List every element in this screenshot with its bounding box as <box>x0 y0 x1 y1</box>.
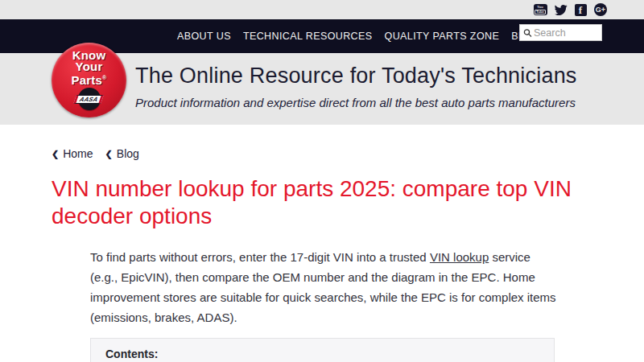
nav-item-about-us[interactable]: ABOUT US <box>177 31 231 42</box>
chevron-left-icon: ❮ <box>52 149 59 159</box>
chevron-left-icon: ❮ <box>105 149 113 159</box>
breadcrumb-home-link[interactable]: Home <box>63 147 93 160</box>
top-social-bar: You Tube f G+ <box>0 0 644 19</box>
article-title: VIN number lookup for parts 2025: compar… <box>52 175 575 230</box>
site-title: The Online Resource for Today's Technici… <box>135 64 644 88</box>
search-input[interactable] <box>534 27 598 39</box>
youtube-icon[interactable]: You Tube <box>533 2 547 17</box>
vin-lookup-link[interactable]: VIN lookup <box>430 250 489 264</box>
nav-links: ABOUT US TECHNICAL RESOURCES QUALITY PAR… <box>177 19 541 53</box>
nav-item-quality-parts-zone[interactable]: QUALITY PARTS ZONE <box>385 31 500 42</box>
search-icon <box>523 28 532 38</box>
search-box[interactable] <box>519 24 602 41</box>
facebook-icon[interactable]: f <box>573 2 588 17</box>
nav-item-technical-resources[interactable]: TECHNICAL RESOURCES <box>243 31 373 42</box>
article-intro: To find parts without errors, enter the … <box>90 247 557 327</box>
social-icons-group: You Tube f G+ <box>533 2 608 17</box>
contents-box: Contents: Quick Workflow Introduction to… <box>90 338 555 362</box>
site-tagline: Product information and expertise direct… <box>135 96 644 109</box>
breadcrumb: ❮ Home ❮ Blog <box>52 147 644 160</box>
contents-heading: Contents: <box>105 348 539 360</box>
breadcrumb-blog-link[interactable]: Blog <box>117 147 139 160</box>
twitter-icon[interactable] <box>553 2 568 17</box>
know-your-parts-logo[interactable]: Know Your Parts® AASA <box>52 43 126 117</box>
aasa-badge-icon: AASA <box>78 88 101 110</box>
google-plus-icon[interactable]: G+ <box>593 2 608 17</box>
